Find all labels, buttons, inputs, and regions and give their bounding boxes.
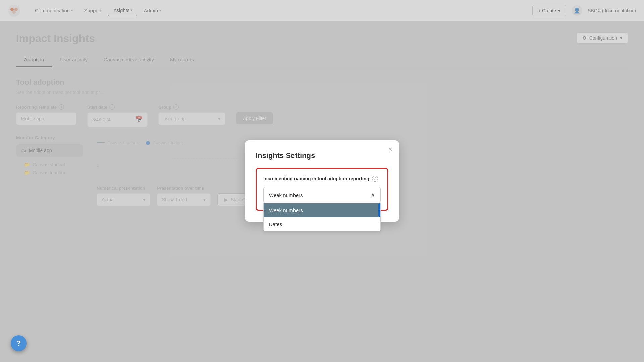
help-icon: ? <box>16 339 21 348</box>
dropdown-option-week-numbers[interactable]: Week numbers <box>264 203 380 217</box>
modal-overlay: Insights Settings × Incrementing naming … <box>0 0 644 362</box>
settings-box: Incrementing naming in tool adoption rep… <box>256 168 388 211</box>
dropdown-option-dates[interactable]: Dates <box>264 217 380 231</box>
dropdown-menu: Week numbers Dates <box>263 203 381 231</box>
help-button[interactable]: ? <box>11 335 27 351</box>
settings-info-icon[interactable]: i <box>372 176 378 182</box>
dropdown-chevron-icon: ∧ <box>371 191 375 199</box>
dropdown-trigger[interactable]: Week numbers ∧ <box>263 187 381 203</box>
modal-close-button[interactable]: × <box>388 146 392 153</box>
settings-label: Incrementing naming in tool adoption rep… <box>263 176 381 182</box>
insights-settings-modal: Insights Settings × Incrementing naming … <box>245 140 399 222</box>
dropdown-container: Week numbers ∧ Week numbers Dates <box>263 187 381 203</box>
dropdown-value: Week numbers <box>269 192 303 198</box>
modal-title: Insights Settings <box>256 151 388 160</box>
